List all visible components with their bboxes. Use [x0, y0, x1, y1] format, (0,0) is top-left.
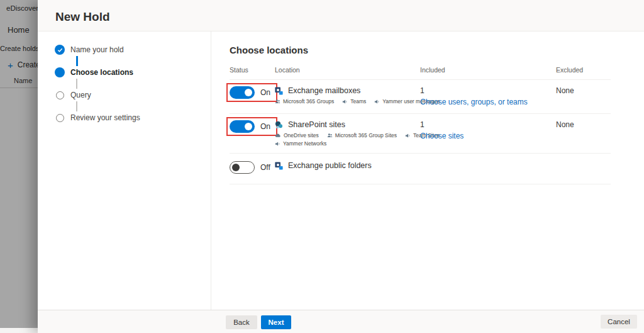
step-current-icon [55, 67, 65, 77]
status-cell: On [230, 86, 275, 101]
groups-icon [275, 99, 280, 104]
location-cell: Exchange mailboxes Microsoft 365 Groups … [275, 86, 420, 104]
new-hold-panel: New Hold Name your hold Choose locations [38, 0, 644, 333]
step-connector [76, 101, 77, 111]
excluded-cell: None [556, 86, 611, 95]
choose-users-groups-teams-link[interactable]: Choose users, groups, or teams [420, 98, 528, 106]
groups-icon [327, 133, 333, 138]
column-location: Location [275, 66, 420, 74]
included-count: 1 [420, 86, 556, 95]
step-label: Query [70, 91, 91, 99]
sharepoint-icon [275, 121, 283, 129]
content-heading: Choose locations [230, 45, 644, 55]
sublocation: OneDrive sites [275, 132, 319, 138]
sharepoint-sites-toggle-highlight: On [226, 117, 277, 136]
locations-table: Status Location Included Excluded On [230, 64, 611, 184]
included-count: 1 [420, 120, 556, 129]
toggle-knob [245, 123, 252, 130]
toggle-state-label: On [260, 122, 270, 131]
exchange-icon [275, 162, 283, 170]
exchange-mailboxes-toggle[interactable] [230, 86, 255, 99]
step-connector [76, 79, 77, 89]
step-name-your-hold[interactable]: Name your hold [55, 45, 211, 55]
toggle-knob [245, 89, 252, 96]
step-completed-check-icon [55, 45, 65, 55]
sublocation: Yammer Networks [275, 140, 326, 147]
wizard-steps: Name your hold Choose locations Query Re… [38, 31, 211, 310]
step-label: Name your hold [70, 45, 124, 54]
included-cell: 1 Choose sites [420, 120, 556, 141]
included-cell: 1 Choose users, groups, or teams [420, 86, 556, 107]
location-row-sharepoint-sites: On SharePoint sites OneDriv [230, 114, 611, 154]
exchange-public-folders-toggle[interactable] [230, 161, 255, 174]
exchange-icon [275, 87, 283, 95]
status-cell: On [230, 120, 275, 135]
back-button[interactable]: Back [226, 315, 257, 329]
status-cell: Off [230, 161, 275, 176]
sublocation: Microsoft 365 Group Sites [327, 132, 397, 138]
location-cell: Exchange public folders [275, 161, 420, 170]
sharepoint-sites-toggle[interactable] [230, 120, 255, 133]
step-choose-locations[interactable]: Choose locations [55, 67, 211, 77]
sublocation: Teams [342, 98, 366, 104]
panel-header: New Hold [38, 0, 644, 31]
location-name: Exchange mailboxes [288, 86, 360, 95]
location-row-exchange-public-folders: Off Exchange public folders [230, 154, 611, 184]
yammer-icon [275, 141, 280, 147]
locations-table-header: Status Location Included Excluded [230, 64, 611, 80]
choose-locations-content: Choose locations Status Location Include… [211, 31, 644, 310]
step-review-your-settings[interactable]: Review your settings [55, 113, 211, 123]
teams-icon [405, 133, 411, 138]
choose-sites-link[interactable]: Choose sites [420, 132, 464, 140]
exchange-mailboxes-toggle-highlight: On [226, 83, 277, 102]
column-excluded: Excluded [556, 66, 611, 74]
step-upcoming-icon [56, 91, 64, 99]
panel-title: New Hold [38, 0, 644, 24]
step-query[interactable]: Query [55, 90, 211, 100]
step-connector [76, 56, 78, 66]
onedrive-icon [275, 133, 281, 138]
location-name: Exchange public folders [288, 161, 372, 170]
panel-footer: Back Next Cancel [38, 310, 644, 333]
next-button[interactable]: Next [261, 315, 291, 329]
excluded-cell: None [556, 120, 611, 129]
column-included: Included [420, 66, 556, 74]
toggle-state-label: On [260, 88, 270, 97]
column-status: Status [230, 66, 275, 74]
toggle-knob [232, 164, 240, 171]
location-name: SharePoint sites [288, 120, 345, 129]
exchange-public-folders-toggle-wrap: Off [226, 158, 277, 177]
step-upcoming-icon [56, 114, 64, 122]
location-row-exchange-mailboxes: On Exchange mailboxes Micro [230, 80, 611, 114]
toggle-state-label: Off [260, 163, 270, 172]
yammer-icon [374, 99, 380, 104]
step-label: Choose locations [70, 68, 133, 77]
step-label: Review your settings [70, 113, 140, 122]
teams-icon [342, 99, 348, 104]
cancel-button[interactable]: Cancel [601, 315, 637, 329]
background-footer-strip [0, 328, 38, 333]
location-cell: SharePoint sites OneDrive sites Microsof… [275, 120, 420, 147]
sublocation: Microsoft 365 Groups [275, 98, 334, 104]
ediscovery-page: eDiscovery (Sta Home Se Create holds to … [0, 0, 644, 333]
